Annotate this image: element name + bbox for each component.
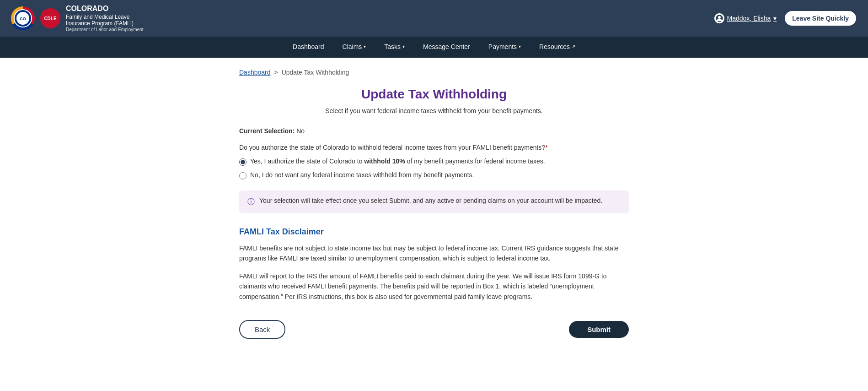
required-indicator: * bbox=[545, 144, 547, 151]
user-name: Maddox, Elisha bbox=[727, 15, 771, 22]
nav-payments-arrow: ▾ bbox=[519, 44, 521, 49]
nav-dashboard-label: Dashboard bbox=[293, 43, 324, 50]
nav-resources[interactable]: Resources ↗ bbox=[537, 37, 577, 58]
main-nav: Dashboard Claims ▾ Tasks ▾ Message Cente… bbox=[0, 37, 868, 58]
header-title-block: COLORADO Family and Medical LeaveInsuran… bbox=[66, 5, 144, 32]
svg-text:CO: CO bbox=[20, 16, 26, 21]
user-icon bbox=[714, 13, 724, 23]
nav-tasks[interactable]: Tasks ▾ bbox=[382, 37, 407, 58]
disclaimer-para1: FAMLI benefits are not subject to state … bbox=[239, 243, 629, 264]
leave-site-button[interactable]: Leave Site Quickly bbox=[784, 10, 857, 27]
back-button[interactable]: Back bbox=[239, 320, 285, 339]
page-title: Update Tax Withholding bbox=[239, 87, 629, 102]
current-selection-label: Current Selection: bbox=[239, 127, 295, 135]
header-actions: Maddox, Elisha ▾ Leave Site Quickly bbox=[714, 10, 857, 27]
page-subtitle: Select if you want federal income taxes … bbox=[239, 107, 629, 114]
nav-payments[interactable]: Payments ▾ bbox=[487, 37, 523, 58]
withholding-radio-group: Yes, I authorize the state of Colorado t… bbox=[239, 157, 629, 179]
current-selection-value: No bbox=[296, 127, 305, 135]
header-title-sub: Family and Medical LeaveInsurance Progra… bbox=[66, 14, 144, 27]
question-text-main: Do you authorize the state of Colorado t… bbox=[239, 144, 545, 151]
cdle-text: CDLE bbox=[44, 16, 56, 21]
radio-no-option[interactable]: No, I do not want any federal income tax… bbox=[239, 171, 629, 179]
radio-no-input[interactable] bbox=[239, 172, 246, 179]
site-header: CO CDLE COLORADO Family and Medical Leav… bbox=[0, 0, 868, 37]
submit-button[interactable]: Submit bbox=[569, 321, 629, 338]
breadcrumb: Dashboard > Update Tax Withholding bbox=[239, 69, 629, 76]
header-logo-area: CO CDLE COLORADO Family and Medical Leav… bbox=[11, 5, 144, 32]
cdle-logo: CDLE bbox=[40, 8, 60, 28]
user-menu[interactable]: Maddox, Elisha ▾ bbox=[714, 13, 777, 23]
radio-yes-option[interactable]: Yes, I authorize the state of Colorado t… bbox=[239, 157, 629, 166]
nav-tasks-label: Tasks bbox=[384, 43, 401, 50]
current-selection-display: Current Selection: No bbox=[239, 127, 629, 135]
nav-resources-label: Resources bbox=[539, 43, 570, 50]
nav-message-center-label: Message Center bbox=[423, 43, 470, 50]
nav-payments-label: Payments bbox=[488, 43, 517, 50]
info-notice-box: ⓘ Your selection will take effect once y… bbox=[239, 190, 629, 213]
header-title-main: COLORADO bbox=[66, 5, 144, 13]
breadcrumb-separator: > bbox=[274, 69, 278, 76]
nav-claims-label: Claims bbox=[343, 43, 362, 50]
info-notice-text: Your selection will take effect once you… bbox=[259, 197, 602, 204]
form-button-row: Back Submit bbox=[239, 320, 629, 339]
nav-message-center[interactable]: Message Center bbox=[421, 37, 472, 58]
colorado-logo: CO bbox=[11, 6, 35, 30]
user-dropdown-arrow: ▾ bbox=[773, 15, 777, 22]
disclaimer-para2: FAMLI will report to the IRS the amount … bbox=[239, 271, 629, 302]
disclaimer-title: FAMLI Tax Disclaimer bbox=[239, 227, 629, 237]
authorization-question: Do you authorize the state of Colorado t… bbox=[239, 144, 629, 151]
main-content: Dashboard > Update Tax Withholding Updat… bbox=[228, 58, 640, 366]
nav-tasks-arrow: ▾ bbox=[402, 44, 405, 49]
co-initials: CO bbox=[14, 9, 32, 27]
nav-claims-arrow: ▾ bbox=[364, 44, 366, 49]
radio-yes-input[interactable] bbox=[239, 158, 246, 166]
radio-yes-text: Yes, I authorize the state of Colorado t… bbox=[250, 157, 545, 165]
nav-resources-external-icon: ↗ bbox=[572, 44, 575, 49]
nav-claims[interactable]: Claims ▾ bbox=[341, 37, 368, 58]
info-icon: ⓘ bbox=[247, 197, 255, 207]
header-title-dept: Department of Labor and Employment bbox=[66, 27, 144, 32]
nav-dashboard[interactable]: Dashboard bbox=[291, 37, 326, 58]
breadcrumb-current: Update Tax Withholding bbox=[282, 69, 349, 76]
breadcrumb-dashboard-link[interactable]: Dashboard bbox=[239, 69, 271, 76]
radio-no-text: No, I do not want any federal income tax… bbox=[250, 171, 474, 179]
svg-point-4 bbox=[718, 16, 721, 19]
